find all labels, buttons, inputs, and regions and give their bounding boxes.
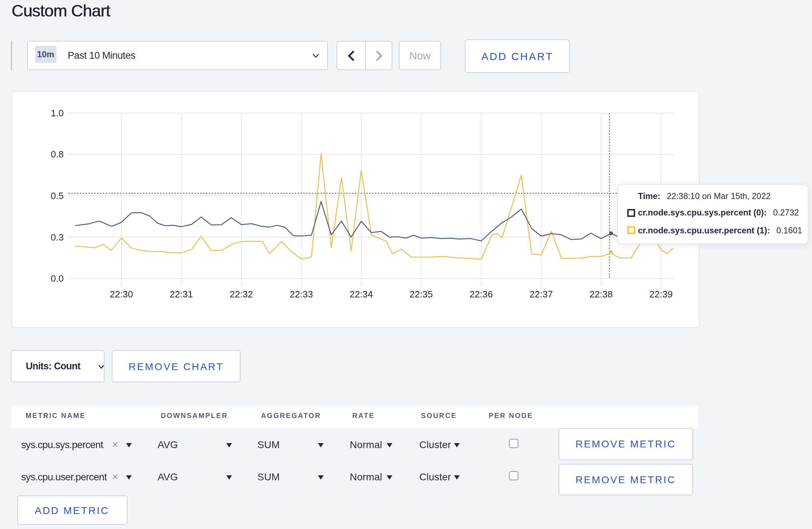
svg-text:22:31: 22:31 xyxy=(170,289,193,300)
svg-text:22:34: 22:34 xyxy=(349,289,373,300)
svg-text:0.5: 0.5 xyxy=(51,190,64,201)
svg-text:22:30: 22:30 xyxy=(110,289,133,300)
svg-text:22:32: 22:32 xyxy=(229,289,253,300)
svg-text:22:37: 22:37 xyxy=(530,289,553,300)
svg-text:22:38: 22:38 xyxy=(589,289,613,300)
svg-text:0.3: 0.3 xyxy=(51,232,64,243)
svg-text:22:36: 22:36 xyxy=(469,289,493,300)
svg-text:0.8: 0.8 xyxy=(51,149,64,160)
svg-text:22:33: 22:33 xyxy=(290,289,313,300)
svg-text:0.0: 0.0 xyxy=(51,273,64,284)
svg-text:22:35: 22:35 xyxy=(410,289,433,300)
svg-text:22:39: 22:39 xyxy=(649,289,673,300)
svg-text:1.0: 1.0 xyxy=(51,108,64,118)
